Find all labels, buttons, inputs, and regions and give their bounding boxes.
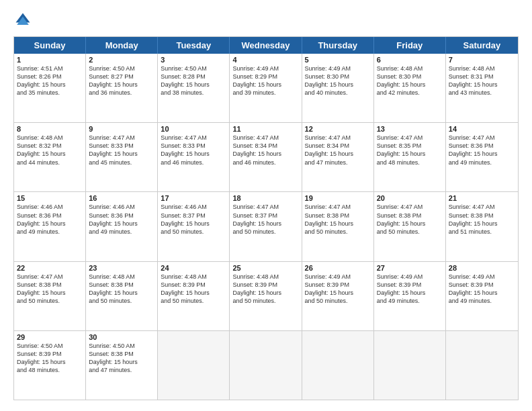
day-number: 28 bbox=[449, 264, 515, 272]
header bbox=[13, 11, 519, 30]
cell-info: Sunrise: 4:47 AM Sunset: 8:38 PM Dayligh… bbox=[17, 273, 83, 306]
day-number: 1 bbox=[17, 56, 83, 64]
day-number: 17 bbox=[161, 194, 226, 202]
cell-info: Sunrise: 4:49 AM Sunset: 8:29 PM Dayligh… bbox=[232, 64, 298, 97]
cal-cell-10: 10Sunrise: 4:47 AM Sunset: 8:33 PM Dayli… bbox=[158, 123, 230, 191]
day-number: 2 bbox=[89, 56, 154, 64]
calendar-row-4: 22Sunrise: 4:47 AM Sunset: 8:38 PM Dayli… bbox=[14, 262, 518, 331]
cell-info: Sunrise: 4:46 AM Sunset: 8:36 PM Dayligh… bbox=[89, 203, 154, 236]
cell-info: Sunrise: 4:47 AM Sunset: 8:34 PM Dayligh… bbox=[232, 134, 298, 167]
cal-cell-11: 11Sunrise: 4:47 AM Sunset: 8:34 PM Dayli… bbox=[230, 123, 302, 191]
calendar-body: 1Sunrise: 4:51 AM Sunset: 8:26 PM Daylig… bbox=[14, 54, 518, 400]
cal-cell-7: 7Sunrise: 4:48 AM Sunset: 8:31 PM Daylig… bbox=[446, 54, 518, 122]
calendar-row-3: 15Sunrise: 4:46 AM Sunset: 8:36 PM Dayli… bbox=[14, 192, 518, 261]
cal-cell-empty bbox=[230, 331, 302, 400]
cell-info: Sunrise: 4:47 AM Sunset: 8:38 PM Dayligh… bbox=[377, 203, 443, 236]
day-number: 19 bbox=[305, 194, 371, 202]
cell-info: Sunrise: 4:47 AM Sunset: 8:35 PM Dayligh… bbox=[377, 134, 443, 167]
day-number: 6 bbox=[377, 56, 443, 64]
cal-cell-18: 18Sunrise: 4:47 AM Sunset: 8:37 PM Dayli… bbox=[230, 192, 302, 261]
cell-info: Sunrise: 4:47 AM Sunset: 8:33 PM Dayligh… bbox=[161, 134, 226, 167]
day-number: 27 bbox=[377, 264, 443, 272]
cell-info: Sunrise: 4:51 AM Sunset: 8:26 PM Dayligh… bbox=[17, 64, 83, 97]
day-number: 29 bbox=[17, 333, 83, 341]
cal-cell-empty bbox=[374, 331, 446, 400]
cal-cell-26: 26Sunrise: 4:49 AM Sunset: 8:39 PM Dayli… bbox=[302, 262, 374, 330]
cal-cell-23: 23Sunrise: 4:48 AM Sunset: 8:38 PM Dayli… bbox=[86, 262, 158, 330]
cal-cell-17: 17Sunrise: 4:46 AM Sunset: 8:37 PM Dayli… bbox=[158, 192, 230, 261]
header-day-thursday: Thursday bbox=[302, 37, 374, 54]
day-number: 8 bbox=[17, 125, 83, 133]
cell-info: Sunrise: 4:49 AM Sunset: 8:30 PM Dayligh… bbox=[305, 64, 371, 97]
day-number: 21 bbox=[449, 194, 515, 202]
cell-info: Sunrise: 4:50 AM Sunset: 8:28 PM Dayligh… bbox=[161, 64, 226, 97]
cal-cell-12: 12Sunrise: 4:47 AM Sunset: 8:34 PM Dayli… bbox=[302, 123, 374, 191]
cal-cell-28: 28Sunrise: 4:49 AM Sunset: 8:39 PM Dayli… bbox=[446, 262, 518, 330]
day-number: 14 bbox=[449, 125, 515, 133]
calendar-header: SundayMondayTuesdayWednesdayThursdayFrid… bbox=[14, 37, 518, 54]
cal-cell-16: 16Sunrise: 4:46 AM Sunset: 8:36 PM Dayli… bbox=[86, 192, 158, 261]
day-number: 26 bbox=[305, 264, 371, 272]
cal-cell-13: 13Sunrise: 4:47 AM Sunset: 8:35 PM Dayli… bbox=[374, 123, 446, 191]
cal-cell-20: 20Sunrise: 4:47 AM Sunset: 8:38 PM Dayli… bbox=[374, 192, 446, 261]
cell-info: Sunrise: 4:46 AM Sunset: 8:37 PM Dayligh… bbox=[161, 203, 226, 236]
cell-info: Sunrise: 4:48 AM Sunset: 8:39 PM Dayligh… bbox=[232, 273, 298, 306]
cal-cell-30: 30Sunrise: 4:50 AM Sunset: 8:38 PM Dayli… bbox=[86, 331, 158, 400]
day-number: 20 bbox=[377, 194, 443, 202]
calendar: SundayMondayTuesdayWednesdayThursdayFrid… bbox=[13, 36, 519, 400]
calendar-row-5: 29Sunrise: 4:50 AM Sunset: 8:39 PM Dayli… bbox=[14, 331, 518, 400]
logo bbox=[13, 11, 35, 30]
cal-cell-22: 22Sunrise: 4:47 AM Sunset: 8:38 PM Dayli… bbox=[14, 262, 86, 330]
day-number: 22 bbox=[17, 264, 83, 272]
cal-cell-6: 6Sunrise: 4:48 AM Sunset: 8:30 PM Daylig… bbox=[374, 54, 446, 122]
day-number: 5 bbox=[305, 56, 371, 64]
day-number: 11 bbox=[232, 125, 298, 133]
day-number: 12 bbox=[305, 125, 371, 133]
cell-info: Sunrise: 4:50 AM Sunset: 8:27 PM Dayligh… bbox=[89, 64, 154, 97]
day-number: 24 bbox=[161, 264, 226, 272]
cal-cell-1: 1Sunrise: 4:51 AM Sunset: 8:26 PM Daylig… bbox=[14, 54, 86, 122]
cal-cell-25: 25Sunrise: 4:48 AM Sunset: 8:39 PM Dayli… bbox=[230, 262, 302, 330]
cal-cell-19: 19Sunrise: 4:47 AM Sunset: 8:38 PM Dayli… bbox=[302, 192, 374, 261]
day-number: 3 bbox=[161, 56, 226, 64]
cal-cell-empty bbox=[158, 331, 230, 400]
header-day-monday: Monday bbox=[86, 37, 158, 54]
cal-cell-4: 4Sunrise: 4:49 AM Sunset: 8:29 PM Daylig… bbox=[230, 54, 302, 122]
day-number: 4 bbox=[232, 56, 298, 64]
cal-cell-15: 15Sunrise: 4:46 AM Sunset: 8:36 PM Dayli… bbox=[14, 192, 86, 261]
cal-cell-5: 5Sunrise: 4:49 AM Sunset: 8:30 PM Daylig… bbox=[302, 54, 374, 122]
cal-cell-27: 27Sunrise: 4:49 AM Sunset: 8:39 PM Dayli… bbox=[374, 262, 446, 330]
cell-info: Sunrise: 4:48 AM Sunset: 8:38 PM Dayligh… bbox=[89, 273, 154, 306]
cell-info: Sunrise: 4:47 AM Sunset: 8:34 PM Dayligh… bbox=[305, 134, 371, 167]
cell-info: Sunrise: 4:47 AM Sunset: 8:33 PM Dayligh… bbox=[89, 134, 154, 167]
day-number: 7 bbox=[449, 56, 515, 64]
day-number: 16 bbox=[89, 194, 154, 202]
cal-cell-8: 8Sunrise: 4:48 AM Sunset: 8:32 PM Daylig… bbox=[14, 123, 86, 191]
cal-cell-2: 2Sunrise: 4:50 AM Sunset: 8:27 PM Daylig… bbox=[86, 54, 158, 122]
page: SundayMondayTuesdayWednesdayThursdayFrid… bbox=[0, 0, 532, 411]
cell-info: Sunrise: 4:48 AM Sunset: 8:30 PM Dayligh… bbox=[377, 64, 443, 97]
day-number: 13 bbox=[377, 125, 443, 133]
cal-cell-24: 24Sunrise: 4:48 AM Sunset: 8:39 PM Dayli… bbox=[158, 262, 230, 330]
cell-info: Sunrise: 4:47 AM Sunset: 8:37 PM Dayligh… bbox=[232, 203, 298, 236]
day-number: 9 bbox=[89, 125, 154, 133]
day-number: 25 bbox=[232, 264, 298, 272]
cell-info: Sunrise: 4:48 AM Sunset: 8:39 PM Dayligh… bbox=[161, 273, 226, 306]
cal-cell-empty bbox=[446, 331, 518, 400]
header-day-tuesday: Tuesday bbox=[158, 37, 230, 54]
header-day-wednesday: Wednesday bbox=[230, 37, 302, 54]
day-number: 10 bbox=[161, 125, 226, 133]
header-day-saturday: Saturday bbox=[446, 37, 518, 54]
calendar-row-1: 1Sunrise: 4:51 AM Sunset: 8:26 PM Daylig… bbox=[14, 54, 518, 123]
cell-info: Sunrise: 4:47 AM Sunset: 8:36 PM Dayligh… bbox=[449, 134, 515, 167]
cell-info: Sunrise: 4:49 AM Sunset: 8:39 PM Dayligh… bbox=[449, 273, 515, 306]
cell-info: Sunrise: 4:47 AM Sunset: 8:38 PM Dayligh… bbox=[305, 203, 371, 236]
day-number: 23 bbox=[89, 264, 154, 272]
day-number: 18 bbox=[232, 194, 298, 202]
calendar-row-2: 8Sunrise: 4:48 AM Sunset: 8:32 PM Daylig… bbox=[14, 123, 518, 192]
cal-cell-empty bbox=[302, 331, 374, 400]
cal-cell-9: 9Sunrise: 4:47 AM Sunset: 8:33 PM Daylig… bbox=[86, 123, 158, 191]
cal-cell-21: 21Sunrise: 4:47 AM Sunset: 8:38 PM Dayli… bbox=[446, 192, 518, 261]
cell-info: Sunrise: 4:48 AM Sunset: 8:31 PM Dayligh… bbox=[449, 64, 515, 97]
header-day-sunday: Sunday bbox=[14, 37, 86, 54]
